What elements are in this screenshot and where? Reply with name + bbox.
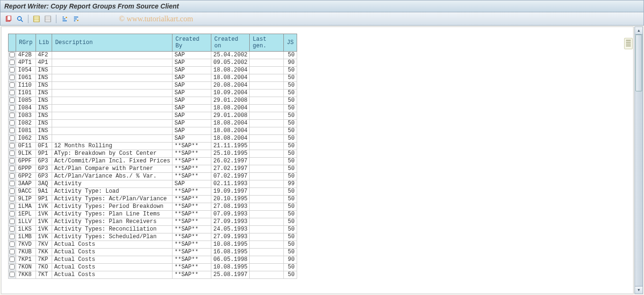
- row-checkbox[interactable]: [9, 272, 15, 277]
- search-icon[interactable]: [15, 14, 25, 24]
- table-row[interactable]: 6PPP6P3Act/Plan Compare with Partner**SA…: [9, 165, 297, 173]
- row-checkbox-cell[interactable]: [9, 264, 16, 271]
- row-checkbox[interactable]: [9, 196, 15, 201]
- row-checkbox[interactable]: [9, 98, 15, 103]
- row-checkbox[interactable]: [9, 90, 15, 95]
- select-all-icon[interactable]: [31, 14, 42, 24]
- header-created-on[interactable]: Created on: [211, 34, 250, 52]
- table-row[interactable]: I085INSSAP29.01.200850: [9, 97, 297, 105]
- row-checkbox[interactable]: [9, 113, 15, 118]
- table-row[interactable]: 0F110F112 Months Rolling**SAP**21.11.199…: [9, 143, 297, 150]
- scroll-down-icon[interactable]: ▼: [635, 286, 643, 294]
- row-checkbox[interactable]: [9, 67, 15, 72]
- row-checkbox-cell[interactable]: [9, 256, 16, 264]
- table-row[interactable]: 9ACC9A1Activity Type: Load**SAP**19.09.1…: [9, 188, 297, 196]
- table-row[interactable]: 1EPL1VKActivity Types: Plan Line Items**…: [9, 211, 297, 218]
- header-created-by[interactable]: Created By: [172, 34, 211, 52]
- row-checkbox-cell[interactable]: [9, 74, 16, 82]
- table-row[interactable]: I082INSSAP18.08.200450: [9, 120, 297, 127]
- scroll-thumb[interactable]: [635, 35, 642, 91]
- row-checkbox-cell[interactable]: [9, 173, 16, 180]
- header-js[interactable]: JS: [284, 34, 297, 52]
- table-row[interactable]: 4PT14P1SAP09.05.200290: [9, 59, 297, 67]
- row-checkbox-cell[interactable]: [9, 233, 16, 241]
- deselect-all-icon[interactable]: [43, 14, 53, 24]
- copy-icon[interactable]: [3, 14, 14, 24]
- table-row[interactable]: 7KUB7KKActual Costs**SAP**16.08.199550: [9, 249, 297, 256]
- header-lib[interactable]: Lib: [36, 34, 52, 52]
- table-row[interactable]: 3AAP3AQActivitySAP02.11.199399: [9, 180, 297, 188]
- table-row[interactable]: 6PPF6P3Act/Commit/Plan Incl. Fixed Price…: [9, 158, 297, 165]
- row-checkbox[interactable]: [9, 226, 15, 232]
- table-row[interactable]: 4F2B4F2SAP25.04.200250: [9, 52, 297, 59]
- row-checkbox-cell[interactable]: [9, 143, 16, 150]
- row-checkbox[interactable]: [9, 143, 15, 148]
- row-checkbox[interactable]: [9, 52, 15, 57]
- row-checkbox-cell[interactable]: [9, 211, 16, 218]
- row-checkbox[interactable]: [9, 249, 15, 254]
- row-checkbox-cell[interactable]: [9, 196, 16, 203]
- header-description[interactable]: Description: [52, 34, 172, 52]
- header-rgrp[interactable]: RGrp: [16, 34, 36, 52]
- row-checkbox[interactable]: [9, 181, 15, 186]
- row-checkbox[interactable]: [9, 105, 15, 110]
- header-last-gen[interactable]: Last gen.: [250, 34, 284, 52]
- row-checkbox[interactable]: [9, 166, 15, 171]
- row-checkbox-cell[interactable]: [9, 218, 16, 226]
- table-row[interactable]: 7KK87KTActual Costs**SAP**25.08.199750: [9, 271, 297, 279]
- table-row[interactable]: 7KON7KOActual Costs**SAP**10.08.199550: [9, 264, 297, 271]
- row-checkbox[interactable]: [9, 75, 15, 80]
- table-row[interactable]: 7KVD7KVActual Costs**SAP**10.08.199550: [9, 241, 297, 249]
- row-checkbox-cell[interactable]: [9, 249, 16, 256]
- sort-desc-icon[interactable]: [71, 14, 81, 24]
- row-checkbox-cell[interactable]: [9, 112, 16, 120]
- row-checkbox-cell[interactable]: [9, 135, 16, 143]
- row-checkbox-cell[interactable]: [9, 105, 16, 112]
- table-row[interactable]: 1LKS1VKActivity Types: Reconciliation**S…: [9, 226, 297, 233]
- scroll-track[interactable]: [635, 35, 643, 286]
- row-checkbox-cell[interactable]: [9, 271, 16, 279]
- row-checkbox-cell[interactable]: [9, 241, 16, 249]
- row-checkbox[interactable]: [9, 82, 15, 88]
- notepad-icon[interactable]: [624, 38, 633, 49]
- table-row[interactable]: 7KP17KPActual Costs**SAP**06.05.199890: [9, 256, 297, 264]
- row-checkbox[interactable]: [9, 234, 15, 239]
- row-checkbox[interactable]: [9, 211, 15, 216]
- table-row[interactable]: 1LLV1VKActivity Types: Plan Receivers**S…: [9, 218, 297, 226]
- row-checkbox-cell[interactable]: [9, 52, 16, 59]
- table-row[interactable]: 9LIP9P1Activity Types: Act/Plan/Variance…: [9, 196, 297, 203]
- table-row[interactable]: I084INSSAP18.08.200450: [9, 105, 297, 112]
- row-checkbox[interactable]: [9, 60, 15, 65]
- row-checkbox-cell[interactable]: [9, 120, 16, 127]
- row-checkbox[interactable]: [9, 173, 15, 179]
- row-checkbox[interactable]: [9, 151, 15, 156]
- row-checkbox[interactable]: [9, 128, 15, 133]
- row-checkbox[interactable]: [9, 204, 15, 209]
- sort-asc-icon[interactable]: [59, 14, 70, 24]
- row-checkbox-cell[interactable]: [9, 89, 16, 97]
- vertical-scrollbar[interactable]: ▲ ▼: [635, 27, 643, 294]
- table-row[interactable]: I110INSSAP20.08.200450: [9, 82, 297, 89]
- row-checkbox-cell[interactable]: [9, 150, 16, 158]
- scroll-up-icon[interactable]: ▲: [635, 27, 643, 35]
- row-checkbox-cell[interactable]: [9, 158, 16, 165]
- table-row[interactable]: I081INSSAP18.08.200450: [9, 127, 297, 135]
- table-row[interactable]: I083INSSAP29.01.200850: [9, 112, 297, 120]
- table-row[interactable]: I101INSSAP10.09.200450: [9, 89, 297, 97]
- row-checkbox[interactable]: [9, 257, 15, 262]
- row-checkbox[interactable]: [9, 264, 15, 269]
- row-checkbox-cell[interactable]: [9, 97, 16, 105]
- row-checkbox-cell[interactable]: [9, 165, 16, 173]
- row-checkbox-cell[interactable]: [9, 226, 16, 233]
- table-row[interactable]: 1LMB1VKActivity Types: Scheduled/Plan**S…: [9, 233, 297, 241]
- row-checkbox-cell[interactable]: [9, 127, 16, 135]
- row-checkbox[interactable]: [9, 219, 15, 224]
- table-row[interactable]: I054INSSAP18.08.200450: [9, 67, 297, 74]
- table-row[interactable]: I062INSSAP18.08.200450: [9, 135, 297, 143]
- row-checkbox-cell[interactable]: [9, 188, 16, 196]
- row-checkbox[interactable]: [9, 135, 15, 141]
- row-checkbox-cell[interactable]: [9, 180, 16, 188]
- row-checkbox-cell[interactable]: [9, 82, 16, 89]
- table-row[interactable]: 9LIK9P1ATyp: Breakdown by Cost Center**S…: [9, 150, 297, 158]
- row-checkbox[interactable]: [9, 120, 15, 125]
